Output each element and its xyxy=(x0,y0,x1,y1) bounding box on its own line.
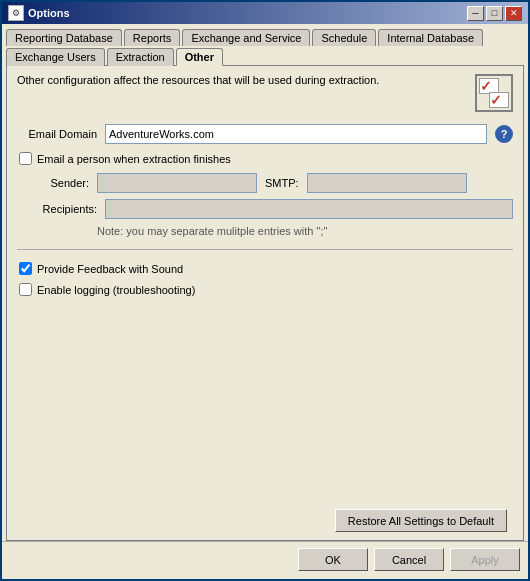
tab-row-1: Reporting Database Reports Exchange and … xyxy=(6,28,524,45)
enable-logging-label: Enable logging (troubleshooting) xyxy=(37,284,195,296)
form-body: Email Domain ? Email a person when extra… xyxy=(7,120,523,540)
info-bar: Other configuration affect the resources… xyxy=(7,66,523,120)
provide-feedback-checkbox[interactable] xyxy=(19,262,32,275)
tab-extraction[interactable]: Extraction xyxy=(107,48,174,66)
enable-logging-row: Enable logging (troubleshooting) xyxy=(17,283,513,296)
provide-feedback-label: Provide Feedback with Sound xyxy=(37,263,183,275)
window-controls: ─ □ ✕ xyxy=(467,6,522,21)
tab-reporting-database[interactable]: Reporting Database xyxy=(6,29,122,46)
tab-bar: Reporting Database Reports Exchange and … xyxy=(2,24,528,65)
tab-schedule[interactable]: Schedule xyxy=(312,29,376,46)
restore-row: Restore All Settings to Default xyxy=(17,509,513,532)
app-icon: ⚙ xyxy=(8,5,24,21)
tab-row-2: Exchange Users Extraction Other xyxy=(6,47,524,65)
recipients-input[interactable] xyxy=(105,199,513,219)
maximize-button[interactable]: □ xyxy=(486,6,503,21)
smtp-input[interactable] xyxy=(307,173,467,193)
recipients-label: Recipients: xyxy=(37,203,97,215)
sender-label: Sender: xyxy=(37,177,89,189)
tab-other[interactable]: Other xyxy=(176,48,223,66)
email-fields-section: Sender: SMTP: Recipients: Note: you may … xyxy=(37,173,513,237)
title-bar: ⚙ Options ─ □ ✕ xyxy=(2,2,528,24)
email-domain-label: Email Domain xyxy=(17,128,97,140)
provide-feedback-row: Provide Feedback with Sound xyxy=(17,262,513,275)
tab-exchange-users[interactable]: Exchange Users xyxy=(6,48,105,66)
options-dialog: ⚙ Options ─ □ ✕ Reporting Database Repor… xyxy=(0,0,530,581)
email-notification-checkbox[interactable] xyxy=(19,152,32,165)
ok-button[interactable]: OK xyxy=(298,548,368,571)
divider xyxy=(17,249,513,250)
cancel-button[interactable]: Cancel xyxy=(374,548,444,571)
email-notification-row: Email a person when extraction finishes xyxy=(17,152,513,165)
smtp-label: SMTP: xyxy=(265,177,299,189)
dialog-footer: OK Cancel Apply xyxy=(2,541,528,579)
note-text: Note: you may separate mulitple entries … xyxy=(37,225,513,237)
tab-internal-database[interactable]: Internal Database xyxy=(378,29,483,46)
restore-defaults-button[interactable]: Restore All Settings to Default xyxy=(335,509,507,532)
help-icon[interactable]: ? xyxy=(495,125,513,143)
tab-exchange-and-service[interactable]: Exchange and Service xyxy=(182,29,310,46)
minimize-button[interactable]: ─ xyxy=(467,6,484,21)
info-icon: ✓ ✓ xyxy=(475,74,513,112)
tab-content: Other configuration affect the resources… xyxy=(6,65,524,541)
checkbox-decoration-icon: ✓ ✓ xyxy=(479,78,509,108)
apply-button[interactable]: Apply xyxy=(450,548,520,571)
info-text: Other configuration affect the resources… xyxy=(17,74,475,86)
email-notification-label: Email a person when extraction finishes xyxy=(37,153,231,165)
enable-logging-checkbox[interactable] xyxy=(19,283,32,296)
email-domain-input[interactable] xyxy=(105,124,487,144)
email-domain-row: Email Domain ? xyxy=(17,124,513,144)
close-button[interactable]: ✕ xyxy=(505,6,522,21)
sender-input[interactable] xyxy=(97,173,257,193)
window-title: Options xyxy=(28,7,70,19)
tab-reports[interactable]: Reports xyxy=(124,29,181,46)
sender-smtp-row: Sender: SMTP: xyxy=(37,173,513,193)
recipients-row: Recipients: xyxy=(37,199,513,219)
